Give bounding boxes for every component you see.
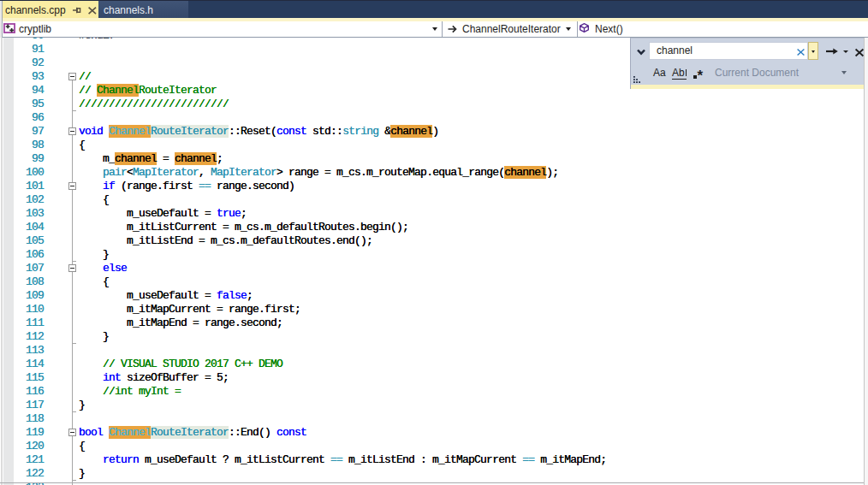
svg-text:*: * [698,68,704,84]
